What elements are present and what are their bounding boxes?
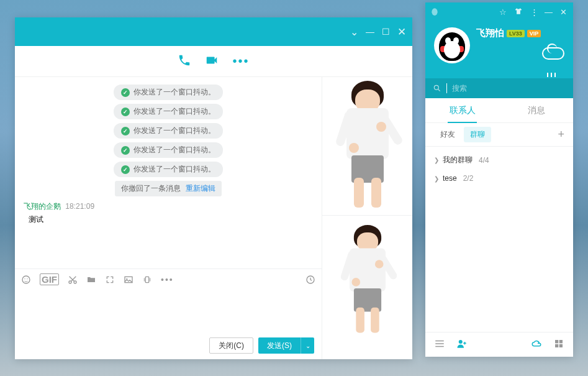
tab-messages[interactable]: 消息 <box>499 98 573 122</box>
group-count: 2/2 <box>463 174 474 183</box>
weather-icon[interactable] <box>542 47 567 72</box>
add-button[interactable]: + <box>558 128 564 141</box>
search-input[interactable] <box>452 84 566 93</box>
svg-rect-15 <box>555 344 558 347</box>
system-message: ✓你发送了一个窗口抖动。 <box>114 142 223 158</box>
more-input-icon[interactable]: ••• <box>161 275 174 285</box>
svg-point-2 <box>27 278 27 279</box>
main-panel: ☆ ⋮ — ✕ 飞翔怕 LV33 VIP <box>425 2 573 357</box>
svg-point-11 <box>459 340 463 344</box>
bottom-bar <box>425 332 573 357</box>
apps-icon[interactable] <box>553 338 564 352</box>
svg-point-1 <box>24 278 25 279</box>
send-button[interactable]: 发送(S) <box>258 337 301 354</box>
panel-minimize-button[interactable]: — <box>545 7 553 17</box>
profile-name: 飞翔怕 <box>476 27 504 39</box>
svg-rect-16 <box>559 344 563 347</box>
profile-avatar[interactable] <box>434 27 470 63</box>
penguin-icon[interactable] <box>430 6 439 18</box>
input-toolbar: GIF ••• <box>15 268 322 290</box>
avatar-panel <box>322 77 412 359</box>
check-icon: ✓ <box>121 108 130 116</box>
system-message: ✓你发送了一个窗口抖动。 <box>114 162 223 177</box>
chat-input[interactable] <box>15 290 322 332</box>
svg-rect-13 <box>555 340 558 343</box>
image-icon[interactable] <box>124 275 133 285</box>
system-message: ✓你发送了一个窗口抖动。 <box>114 123 223 139</box>
check-icon: ✓ <box>121 146 130 155</box>
message-text: 测试 <box>24 214 313 225</box>
panel-header: ☆ ⋮ — ✕ 飞翔怕 LV33 VIP <box>425 2 573 78</box>
check-icon: ✓ <box>121 127 130 135</box>
star-icon[interactable]: ☆ <box>499 7 507 17</box>
close-window-button[interactable]: ✕ <box>397 25 406 39</box>
history-icon[interactable] <box>305 275 315 285</box>
group-count: 4/4 <box>479 156 489 165</box>
svg-point-10 <box>434 85 438 89</box>
panel-close-button[interactable]: ✕ <box>560 7 567 17</box>
main-tabs: 联系人 消息 <box>425 98 573 123</box>
svg-rect-7 <box>145 277 148 282</box>
emoji-icon[interactable] <box>21 275 31 285</box>
minimize-button[interactable]: — <box>366 27 374 37</box>
chat-button-row: 关闭(C) 发送(S) ⌄ <box>15 332 322 359</box>
svg-rect-14 <box>559 340 563 343</box>
folder-icon[interactable] <box>86 275 96 285</box>
add-contact-icon[interactable] <box>456 338 468 352</box>
cloud-icon[interactable] <box>531 338 542 352</box>
send-dropdown-button[interactable]: ⌄ <box>301 337 314 354</box>
hamburger-icon[interactable] <box>434 338 445 352</box>
group-item[interactable]: ❯ 我的群聊 4/4 <box>425 150 573 170</box>
text-cursor <box>446 83 447 93</box>
screenshot-icon[interactable] <box>105 275 115 285</box>
chat-main: ✓你发送了一个窗口抖动。 ✓你发送了一个窗口抖动。 ✓你发送了一个窗口抖动。 ✓… <box>15 77 322 359</box>
subtab-friends[interactable]: 好友 <box>434 127 461 142</box>
svg-point-0 <box>22 276 30 283</box>
gif-icon[interactable]: GIF <box>40 273 59 285</box>
chevron-right-icon: ❯ <box>434 175 439 182</box>
dropdown-icon[interactable]: ⌄ <box>350 26 358 38</box>
svg-point-9 <box>432 8 437 16</box>
level-badge: LV33 <box>507 30 525 37</box>
cut-icon[interactable] <box>68 275 78 285</box>
search-icon <box>433 84 441 93</box>
group-label: 我的群聊 <box>443 155 473 165</box>
vip-badge: VIP <box>527 30 541 37</box>
maximize-button[interactable]: ☐ <box>382 27 390 37</box>
sub-tabs: 好友 群聊 + <box>425 123 573 147</box>
re-edit-link[interactable]: 重新编辑 <box>186 184 215 193</box>
group-item[interactable]: ❯ tese 2/2 <box>425 170 573 187</box>
chat-window: ⌄ — ☐ ✕ ••• ✓你发送了一个窗口抖动。 ✓你发送了一个窗口抖动。 ✓你… <box>15 17 412 359</box>
chat-action-toolbar: ••• <box>15 46 412 77</box>
close-button[interactable]: 关闭(C) <box>209 337 253 354</box>
chat-message-list: ✓你发送了一个窗口抖动。 ✓你发送了一个窗口抖动。 ✓你发送了一个窗口抖动。 ✓… <box>15 77 322 268</box>
group-label: tese <box>443 174 457 183</box>
sender-name: 飞翔的企鹅 <box>24 202 61 211</box>
self-avatar <box>336 222 399 338</box>
voice-call-button[interactable] <box>178 53 191 70</box>
tshirt-icon[interactable] <box>514 7 523 17</box>
contact-avatar <box>330 77 405 214</box>
more-actions-button[interactable]: ••• <box>232 54 249 68</box>
chevron-right-icon: ❯ <box>434 157 439 163</box>
menu-icon[interactable]: ⋮ <box>530 7 537 17</box>
subtab-groups[interactable]: 群聊 <box>464 127 491 142</box>
group-list: ❯ 我的群聊 4/4 ❯ tese 2/2 <box>425 147 573 332</box>
svg-point-12 <box>538 342 539 344</box>
recall-message: 你撤回了一条消息 重新编辑 <box>115 181 221 196</box>
check-icon: ✓ <box>121 88 130 97</box>
tab-contacts[interactable]: 联系人 <box>425 98 499 122</box>
shake-icon[interactable] <box>142 275 152 285</box>
system-message: ✓你发送了一个窗口抖动。 <box>114 104 223 119</box>
check-icon: ✓ <box>121 165 130 174</box>
message-time: 18:21:09 <box>65 202 94 211</box>
chat-titlebar: ⌄ — ☐ ✕ <box>15 17 412 46</box>
system-message: ✓你发送了一个窗口抖动。 <box>114 85 223 100</box>
message-block: 飞翔的企鹅 18:21:09 测试 <box>24 201 313 225</box>
video-call-button[interactable] <box>205 53 219 70</box>
search-bar <box>425 78 573 98</box>
